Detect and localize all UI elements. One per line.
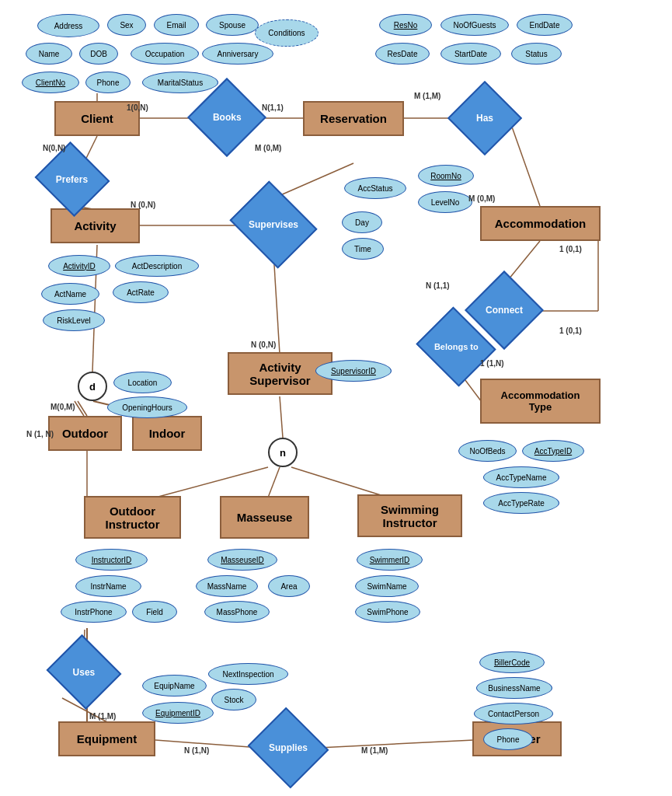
ellipse-actname: ActName — [41, 283, 99, 305]
entity-accommodation-type: Accommodation Type — [480, 379, 601, 424]
ellipse-anniversary: Anniversary — [202, 43, 273, 65]
label-n-1-1: N(1,1) — [262, 103, 284, 112]
ellipse-location: Location — [113, 372, 172, 393]
label-m-1m2: M (1,M) — [89, 712, 116, 721]
svg-line-8 — [273, 163, 353, 198]
ellipse-swimphone: SwimPhone — [355, 601, 420, 623]
ellipse-resno: ResNo — [379, 14, 432, 36]
entity-masseuse: Masseuse — [220, 496, 309, 539]
label-n-1n: N (1, N) — [26, 430, 54, 438]
ellipse-sex: Sex — [107, 14, 146, 36]
ellipse-instrname: InstrName — [75, 575, 141, 597]
ellipse-accstatus: AccStatus — [344, 177, 406, 199]
ellipse-occupation: Occupation — [131, 43, 199, 65]
ellipse-billercode: BillerCode — [479, 651, 545, 673]
diamond-supervises: Supervises — [229, 180, 317, 268]
svg-line-28 — [319, 740, 474, 748]
ellipse-conditions: Conditions — [255, 19, 319, 47]
ellipse-address: Address — [37, 14, 99, 37]
ellipse-time: Time — [342, 238, 384, 260]
ellipse-levelno: LevelNo — [418, 191, 472, 213]
ellipse-supervisorid: SupervisorID — [315, 360, 392, 382]
ellipse-day: Day — [342, 211, 382, 233]
label-n-0n3: N (0,N) — [251, 340, 276, 349]
entity-accommodation: Accommodation — [480, 206, 601, 241]
svg-line-22 — [155, 467, 268, 498]
diamond-prefers: Prefers — [35, 141, 110, 217]
entity-outdoor-instructor: Outdoor Instructor — [84, 496, 181, 539]
circle-specialization-d: d — [78, 372, 107, 401]
ellipse-actdescription: ActDescription — [115, 255, 199, 277]
ellipse-acctyperate: AccTypeRate — [483, 492, 559, 514]
ellipse-businessname: BusinessName — [476, 677, 552, 699]
ellipse-stock: Stock — [211, 689, 256, 710]
ellipse-area: Area — [268, 575, 310, 597]
ellipse-swimname: SwimName — [355, 575, 419, 597]
ellipse-equipname: EquipName — [142, 675, 207, 696]
ellipse-status: Status — [511, 43, 562, 65]
diamond-uses: Uses — [47, 634, 122, 710]
label-m-0m3: M(0,M) — [50, 403, 75, 411]
ellipse-instructorid: InstructorID — [75, 549, 148, 571]
ellipse-noofguests: NoOfGuests — [440, 14, 509, 36]
ellipse-swimmerid: SwimmerID — [357, 549, 423, 571]
label-1-1n: 1 (1,N) — [480, 359, 504, 368]
entity-indoor: Indoor — [132, 416, 202, 451]
ellipse-actrate: ActRate — [113, 281, 169, 303]
svg-line-23 — [268, 467, 280, 498]
svg-line-17 — [78, 401, 87, 416]
entity-outdoor: Outdoor — [48, 416, 122, 451]
ellipse-maritalstatus: MaritalStatus — [142, 72, 218, 93]
ellipse-phone-supplier: Phone — [483, 728, 533, 750]
ellipse-roomno: RoomNo — [418, 165, 474, 187]
ellipse-acctypeid: AccTypeID — [522, 440, 584, 462]
entity-activity: Activity — [50, 208, 140, 243]
label-1-0n: 1(0,N) — [127, 103, 148, 112]
ellipse-dob: DOB — [79, 43, 118, 65]
circle-specialization-n: n — [268, 438, 298, 467]
entity-swimming-instructor: Swimming Instructor — [357, 494, 462, 537]
svg-line-21 — [280, 396, 283, 438]
ellipse-email: Email — [154, 14, 199, 36]
ellipse-massphone: MassPhone — [204, 601, 270, 623]
ellipse-openinghours: OpeningHours — [107, 396, 187, 418]
svg-line-4 — [509, 118, 540, 206]
entity-reservation: Reservation — [303, 101, 404, 136]
label-1-01b: 1 (0,1) — [559, 326, 582, 335]
diamond-supplies: Supplies — [248, 707, 329, 789]
ellipse-name: Name — [26, 43, 72, 65]
label-n-0n: N(0,N) — [43, 144, 65, 152]
ellipse-enddate: EndDate — [517, 14, 573, 36]
ellipse-risklevel: RiskLevel — [43, 309, 105, 331]
ellipse-instrphone: InstrPhone — [61, 601, 127, 623]
label-1-01: 1 (0,1) — [559, 245, 582, 253]
ellipse-spouse: Spouse — [206, 14, 259, 36]
ellipse-masseuseid: MasseuseID — [207, 549, 277, 571]
ellipse-noofbeds: NoOfBeds — [458, 440, 517, 462]
svg-line-24 — [291, 467, 388, 498]
ellipse-activityid: ActivityID — [48, 255, 110, 277]
label-m-1m: M (1,M) — [414, 92, 440, 100]
ellipse-nextinspection: NextInspection — [208, 663, 288, 685]
svg-line-19 — [75, 401, 84, 416]
label-m-0m2: M (0,M) — [468, 194, 495, 203]
diamond-has: Has — [447, 81, 522, 155]
ellipse-contactperson: ContactPerson — [474, 703, 553, 724]
entity-equipment: Equipment — [58, 721, 155, 756]
ellipse-resdate: ResDate — [375, 43, 430, 65]
label-n-1-1b: N (1,1) — [426, 281, 450, 290]
ellipse-equipmentid: EquipmentID — [142, 702, 214, 724]
er-diagram: Client Reservation Accommodation Activit… — [0, 0, 672, 796]
label-n-1n2: N (1,N) — [184, 746, 209, 755]
label-m-0m: M (0,M) — [255, 144, 281, 152]
ellipse-startdate: StartDate — [440, 43, 501, 65]
ellipse-acctypename: AccTypeName — [483, 466, 559, 488]
ellipse-field: Field — [132, 601, 177, 623]
label-m-1m3: M (1,M) — [361, 746, 388, 755]
ellipse-phone: Phone — [85, 72, 131, 93]
ellipse-clientno: ClientNo — [22, 72, 79, 93]
label-n-0n2: N (0,N) — [131, 201, 155, 209]
ellipse-massname: MassName — [196, 575, 258, 597]
